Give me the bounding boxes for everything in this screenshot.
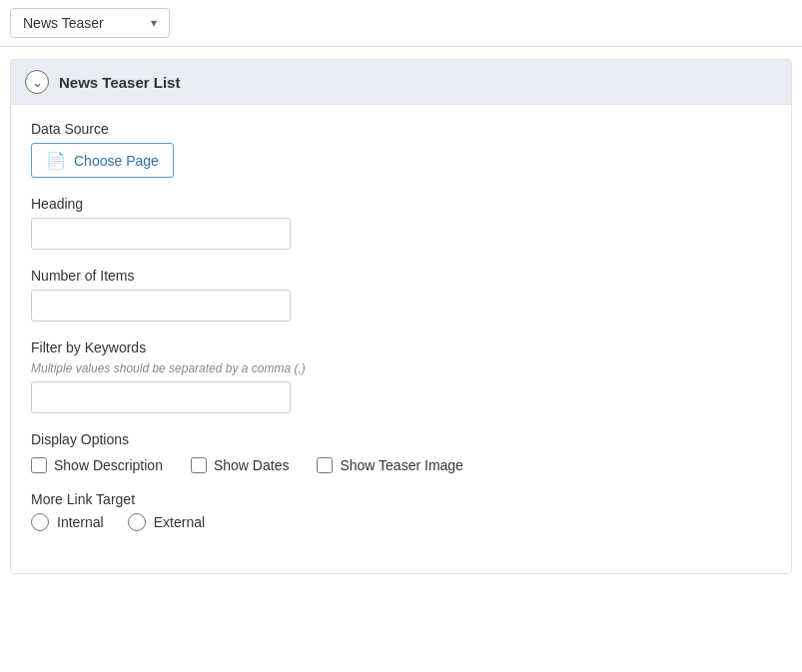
internal-radio-item[interactable]: Internal [31,513,104,531]
collapse-icon: ⌄ [32,75,43,90]
display-options-row: Show Description Show Dates Show Teaser … [31,457,771,473]
internal-label: Internal [57,514,104,530]
data-source-label: Data Source [31,121,771,137]
filter-keywords-label: Filter by Keywords [31,339,771,355]
number-of-items-input[interactable] [31,290,291,322]
section-title: News Teaser List [59,74,180,91]
filter-keywords-hint: Multiple values should be separated by a… [31,361,771,375]
filter-keywords-group: Filter by Keywords Multiple values shoul… [31,339,771,413]
external-label: External [154,514,205,530]
radio-row: Internal External [31,513,771,531]
dropdown-value: News Teaser [23,15,104,31]
show-dates-checkbox[interactable] [191,457,207,473]
show-dates-item[interactable]: Show Dates [191,457,289,473]
filter-keywords-input[interactable] [31,381,291,413]
heading-label: Heading [31,196,771,212]
data-source-group: Data Source 📄 Choose Page [31,121,771,178]
chevron-down-icon: ▾ [151,16,157,30]
document-icon: 📄 [46,151,66,170]
external-radio-item[interactable]: External [128,513,205,531]
collapse-button[interactable]: ⌄ [25,70,49,94]
show-description-label: Show Description [54,457,163,473]
number-of-items-group: Number of Items [31,268,771,322]
show-description-checkbox[interactable] [31,457,47,473]
template-dropdown[interactable]: News Teaser ▾ [10,8,170,38]
show-teaser-image-checkbox[interactable] [317,457,333,473]
external-radio[interactable] [128,513,146,531]
more-link-target-group: More Link Target Internal External [31,491,771,531]
display-options-label: Display Options [31,431,771,447]
internal-radio[interactable] [31,513,49,531]
show-dates-label: Show Dates [214,457,289,473]
heading-group: Heading [31,196,771,250]
display-options-group: Display Options Show Description Show Da… [31,431,771,473]
more-link-target-label: More Link Target [31,491,771,507]
show-description-item[interactable]: Show Description [31,457,163,473]
section-body: Data Source 📄 Choose Page Heading Number… [11,105,791,573]
choose-page-button[interactable]: 📄 Choose Page [31,143,174,178]
show-teaser-image-item[interactable]: Show Teaser Image [317,457,462,473]
news-teaser-list-section: ⌄ News Teaser List Data Source 📄 Choose … [10,59,792,574]
heading-input[interactable] [31,218,291,250]
number-of-items-label: Number of Items [31,268,771,284]
top-bar: News Teaser ▾ [0,0,802,47]
choose-page-label: Choose Page [74,153,159,169]
section-header: ⌄ News Teaser List [11,60,791,105]
show-teaser-image-label: Show Teaser Image [340,457,462,473]
